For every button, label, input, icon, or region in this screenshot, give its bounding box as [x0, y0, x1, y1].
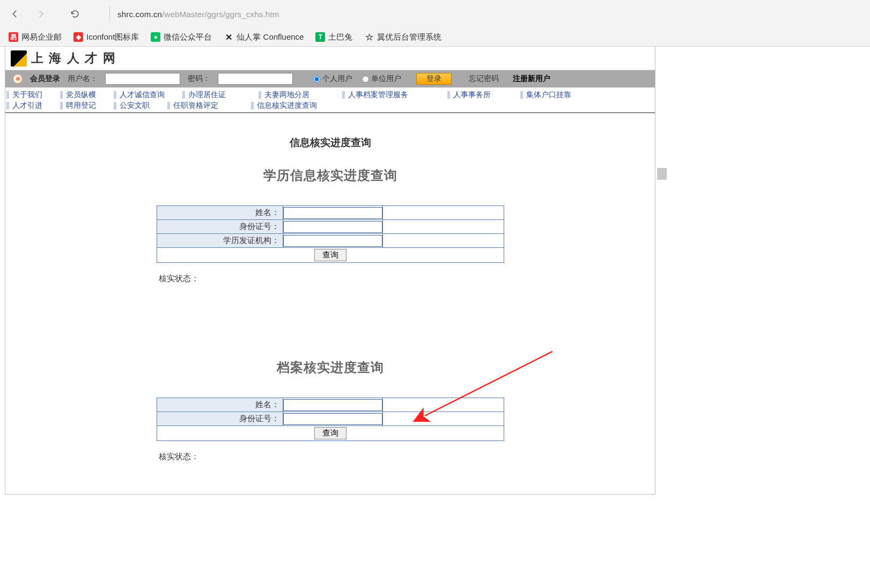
login-bar: ❋ 会员登录 用户名： 密码： 个人用户 单位用户 登录 忘记密码 注册新用户 — [5, 70, 655, 87]
bookmark-item[interactable]: 易网易企业邮 — [5, 32, 65, 42]
back-button[interactable] — [8, 6, 23, 21]
nav-link[interactable]: 任职资格评定 — [172, 101, 220, 111]
radio-personal[interactable]: 个人用户 — [313, 74, 352, 84]
status-label: 核实状态： — [157, 274, 504, 284]
section2-title: 档案核实进度查询 — [5, 359, 655, 376]
scrollbar-thumb[interactable] — [657, 168, 667, 180]
nav-link[interactable]: 人才引进 — [11, 101, 44, 111]
field-label-name: 姓名： — [157, 398, 283, 412]
login-button[interactable]: 登录 — [416, 73, 452, 85]
username-input[interactable] — [105, 73, 180, 85]
site-logo-icon — [11, 50, 27, 67]
radio-company[interactable]: 单位用户 — [362, 74, 401, 84]
refresh-button[interactable] — [68, 6, 83, 21]
name-input[interactable] — [283, 207, 382, 219]
query-button[interactable]: 查询 — [314, 249, 346, 261]
bookmark-icon: 易 — [9, 32, 18, 42]
nav-link[interactable]: 办理居住证 — [187, 90, 227, 100]
id-input[interactable] — [283, 221, 382, 233]
site-header: 上 海 人 才 网 — [5, 47, 655, 70]
bookmark-item[interactable]: ●微信公众平台 — [148, 32, 215, 42]
nav-links: 关于我们 党员纵横 人才诚信查询 办理居住证 夫妻两地分居 人事档案管理服务 人… — [5, 87, 655, 113]
bookmark-item[interactable]: ◆Iconfont图标库 — [70, 32, 142, 42]
field-label-id: 身份证号： — [157, 220, 283, 234]
page-body: 上 海 人 才 网 ❋ 会员登录 用户名： 密码： 个人用户 单位用户 登录 忘… — [5, 47, 655, 495]
bookmark-icon: T — [315, 32, 325, 42]
nav-link[interactable]: 夫妻两地分居 — [263, 90, 311, 100]
nav-link[interactable]: 集体户口挂靠 — [525, 90, 573, 100]
bookmark-icon: ✕ — [224, 32, 233, 42]
bookmark-item[interactable]: T土巴兔 — [312, 32, 356, 42]
bookmarks-bar: 易网易企业邮 ◆Iconfont图标库 ●微信公众平台 ✕仙人掌 Conflue… — [0, 28, 870, 46]
nav-link[interactable]: 人事事务所 — [452, 90, 492, 100]
page-title: 信息核实进度查询 — [5, 136, 655, 150]
education-form: 姓名： 身份证号： 学历发证机构： 查询 — [157, 205, 504, 263]
address-bar[interactable]: shrc.com.cn/webMaster/ggrs/ggrs_cxhs.htm — [109, 6, 862, 22]
bookmark-item[interactable]: ☆翼优后台管理系统 — [361, 32, 445, 42]
content-area: 信息核实进度查询 学历信息核实进度查询 姓名： 身份证号： 学历发证机构： 查询… — [5, 113, 655, 494]
query-button-2[interactable]: 查询 — [314, 427, 346, 439]
bookmark-icon: ● — [151, 32, 160, 42]
nav-link[interactable]: 关于我们 — [11, 90, 44, 100]
site-title: 上 海 人 才 网 — [31, 50, 116, 67]
field-label-id: 身份证号： — [157, 412, 283, 426]
password-label: 密码： — [188, 74, 210, 84]
nav-link[interactable]: 党员纵横 — [64, 90, 98, 100]
nav-link[interactable]: 人事档案管理服务 — [346, 90, 410, 100]
name-input-2[interactable] — [283, 399, 382, 411]
forgot-password-link[interactable]: 忘记密码 — [469, 74, 499, 84]
username-label: 用户名： — [68, 74, 98, 84]
bookmark-item[interactable]: ✕仙人掌 Confluence — [220, 32, 307, 42]
nav-link[interactable]: 公安文职 — [118, 101, 151, 111]
accessibility-icon: ❋ — [13, 74, 23, 84]
field-label-org: 学历发证机构： — [157, 234, 283, 248]
password-input[interactable] — [218, 73, 293, 85]
login-title: 会员登录 — [30, 74, 60, 84]
nav-link[interactable]: 聘用登记 — [64, 101, 98, 111]
star-icon: ☆ — [364, 32, 374, 42]
browser-chrome: shrc.com.cn/webMaster/ggrs/ggrs_cxhs.htm… — [0, 0, 870, 47]
nav-link[interactable]: 人才诚信查询 — [118, 90, 166, 100]
status-label-2: 核实状态： — [157, 452, 504, 462]
field-label-name: 姓名： — [157, 206, 283, 220]
section1-title: 学历信息核实进度查询 — [5, 167, 655, 184]
archive-form: 姓名： 身份证号： 查询 — [157, 398, 504, 441]
register-link[interactable]: 注册新用户 — [513, 74, 550, 84]
bookmark-icon: ◆ — [73, 32, 83, 42]
org-input[interactable] — [283, 235, 382, 247]
nav-link[interactable]: 信息核实进度查询 — [255, 101, 319, 111]
forward-button[interactable] — [33, 6, 48, 21]
id-input-2[interactable] — [283, 413, 382, 425]
